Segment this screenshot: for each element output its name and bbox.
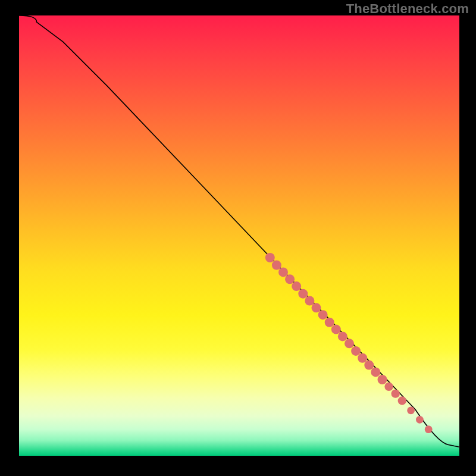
data-marker <box>331 325 341 334</box>
data-marker <box>325 318 334 327</box>
data-marker <box>351 346 361 356</box>
data-marker <box>378 375 387 384</box>
data-marker <box>384 383 393 391</box>
plot-area <box>19 15 459 456</box>
data-marker <box>292 281 301 291</box>
chart-frame: TheBottleneck.com <box>0 0 476 476</box>
marker-group <box>265 253 459 452</box>
data-marker <box>416 416 424 424</box>
data-marker <box>371 367 380 377</box>
data-marker <box>392 389 400 397</box>
curve-svg <box>19 15 459 456</box>
data-marker <box>364 361 374 370</box>
data-marker <box>398 396 406 405</box>
data-marker <box>278 267 288 277</box>
data-marker <box>265 253 275 262</box>
data-marker <box>272 261 281 270</box>
data-marker <box>305 296 314 306</box>
data-marker <box>318 310 328 320</box>
main-curve <box>19 15 459 447</box>
watermark: TheBottleneck.com <box>346 1 469 17</box>
data-marker <box>338 331 347 341</box>
data-marker <box>345 339 354 348</box>
data-marker <box>312 303 321 312</box>
data-marker <box>358 353 367 363</box>
data-marker <box>298 289 308 299</box>
data-marker <box>407 406 415 414</box>
data-marker <box>459 442 459 452</box>
data-marker <box>425 425 433 433</box>
data-marker <box>285 274 295 284</box>
